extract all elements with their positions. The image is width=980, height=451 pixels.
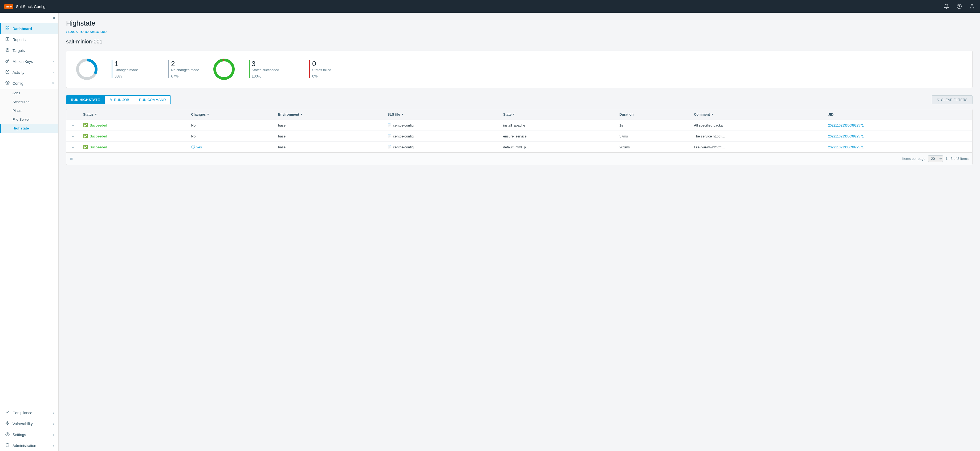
stat-states-succeeded: 3 States succeeded 100% [249,60,279,78]
jid-link-2[interactable]: 20221102133509929571 [828,134,864,138]
action-bar: RUN HIGHSTATE ✎ RUN JOB RUN COMMAND ▽ CL… [66,96,972,104]
th-sls-file: SLS file ▾ [383,109,499,120]
sidebar-item-compliance[interactable]: Compliance › [0,407,58,418]
stat-states-failed: 0 States failed 0% [309,60,331,78]
vmw-logo: vmw [4,4,13,9]
user-icon[interactable] [968,3,976,10]
states-succeeded-label: States succeeded [252,68,279,72]
run-job-button[interactable]: ✎ RUN JOB [105,96,134,104]
sidebar-item-label-administration: Administration [13,443,50,448]
environment-filter-icon[interactable]: ▾ [301,113,302,116]
sidebar-sub-item-pillars[interactable]: Pillars [0,106,58,115]
clear-filters-button[interactable]: ▽ CLEAR FILTERS [932,96,972,104]
sidebar-item-dashboard[interactable]: Dashboard [0,23,58,34]
succeeded-icon-1: ✅ [83,123,88,127]
svg-rect-5 [6,29,7,30]
sidebar-item-label-config: Config [13,81,49,86]
row2-sls-file: 📄centos-config [383,131,499,142]
th-duration: Duration [616,109,690,120]
sidebar-item-label-settings: Settings [13,433,50,437]
sidebar-item-label-dashboard: Dashboard [13,27,54,31]
sidebar-item-administration[interactable]: Administration › [0,440,58,451]
row1-duration: 1s [616,120,690,131]
th-state: State ▾ [500,109,616,120]
no-changes-pct: 67% [171,74,199,78]
sls-filter-icon[interactable]: ▾ [402,113,403,116]
table-row: ›› ✅ Succeeded ⓘ Yes [66,142,972,153]
vulnerability-arrow: › [53,422,54,426]
succeeded-icon-2: ✅ [83,134,88,139]
svg-rect-6 [8,29,9,30]
bell-icon[interactable] [943,3,950,10]
row3-changes: ⓘ Yes [188,142,274,153]
back-to-dashboard-link[interactable]: ‹ BACK TO DASHBOARD [66,30,972,34]
sidebar-sub-item-file-server[interactable]: File Server [0,115,58,124]
jid-link-3[interactable]: 20221102133509929571 [828,145,864,149]
svg-point-16 [7,434,8,435]
table-header-row: Status ▾ Changes ▾ Envir [66,109,972,120]
sidebar-item-settings[interactable]: Settings › [0,429,58,440]
states-succeeded-pct: 100% [252,74,279,78]
file-icon-2: 📄 [387,134,391,138]
sidebar-sub-item-highstate[interactable]: Highstate [0,124,58,133]
sidebar-sub-item-jobs[interactable]: Jobs [0,89,58,97]
run-command-button[interactable]: RUN COMMAND [134,96,171,104]
help-icon[interactable] [956,3,963,10]
expand-row3-button[interactable]: ›› [70,144,76,150]
row1-environment: base [274,120,384,131]
states-failed-pct: 0% [312,74,331,78]
row3-state: default_html_p... [500,142,616,153]
sidebar-item-activity[interactable]: Activity › [0,67,58,78]
stat-changes-made: 1 Changes made 33% [111,60,138,78]
donut-changes [75,57,99,81]
column-config-icon[interactable]: ⊞ [70,157,73,161]
sidebar-item-reports[interactable]: Reports [0,34,58,45]
row3-jid: 20221102133509929571 [824,142,972,153]
status-filter-icon[interactable]: ▾ [95,113,97,116]
row2-changes: No [188,131,274,142]
items-per-page-label: Items per page [902,157,925,161]
sidebar-item-label-compliance: Compliance [13,411,50,415]
th-expand [66,109,80,120]
row2-comment: The service httpd i... [690,131,824,142]
donut-states [212,57,236,81]
no-changes-label: No changes made [171,68,199,72]
states-succeeded-num: 3 [252,60,279,67]
sidebar-item-vulnerability[interactable]: Vulnerability › [0,418,58,429]
row1-state: install_apache [500,120,616,131]
compliance-arrow: › [53,411,54,414]
topnav-icons [943,3,976,10]
jid-link-1[interactable]: 20221102133509929571 [828,124,864,127]
sidebar-item-targets[interactable]: Targets [0,45,58,56]
sidebar-item-label-targets: Targets [13,48,54,53]
state-filter-icon[interactable]: ▾ [513,113,515,116]
per-page-select[interactable]: 20 50 100 [928,155,943,162]
expand-row2-button[interactable]: ›› [70,133,76,139]
sidebar-item-label-minion-keys: Minion Keys [13,59,50,64]
svg-point-0 [957,4,962,9]
sidebar-item-label-activity: Activity [13,70,50,75]
run-highstate-button[interactable]: RUN HIGHSTATE [66,96,105,104]
row3-sls-file: 📄centos-config [383,142,499,153]
sidebar-item-config[interactable]: Config ∨ [0,78,58,89]
vulnerability-icon [5,421,10,426]
expand-row1-button[interactable]: ›› [70,122,76,128]
file-icon-3: 📄 [387,145,391,149]
table-header: Status ▾ Changes ▾ Envir [66,109,972,120]
table-row: ›› ✅ Succeeded No base 📄centos-config [66,120,972,131]
th-changes: Changes ▾ [188,109,274,120]
stat-divider-1 [153,61,153,77]
states-failed-num: 0 [312,60,331,67]
sidebar-item-minion-keys[interactable]: Minion Keys › [0,56,58,67]
minion-keys-icon [5,59,10,64]
yes-icon-3: ⓘ [191,145,195,150]
pagination-info: 1 - 3 of 3 items [946,157,969,161]
comment-filter-icon[interactable]: ▾ [711,113,713,116]
changes-filter-icon[interactable]: ▾ [207,113,209,116]
sidebar-sub-item-schedules[interactable]: Schedules [0,97,58,106]
row1-status: ✅ Succeeded [80,120,188,131]
sidebar-collapse-button[interactable]: « [53,16,55,20]
svg-marker-15 [6,421,9,425]
config-arrow: ∨ [52,81,54,85]
row1-changes: No [188,120,274,131]
